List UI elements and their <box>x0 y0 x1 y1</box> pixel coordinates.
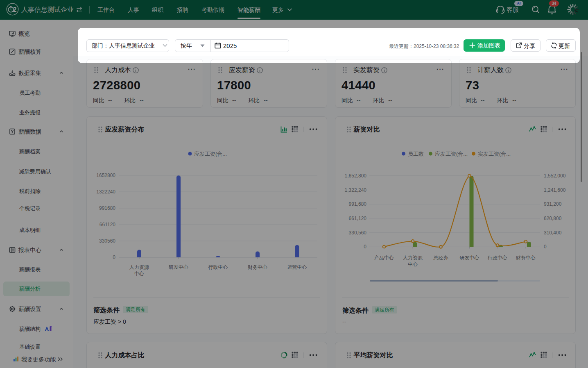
svg-text:1322240: 1322240 <box>96 189 115 195</box>
svg-text:产品中心: 产品中心 <box>374 255 394 261</box>
svg-text:财务中心: 财务中心 <box>248 264 267 270</box>
svg-text:行政中心: 行政中心 <box>488 255 507 261</box>
svg-text:应发工资(合...: 应发工资(合... <box>194 150 227 157</box>
svg-text:1,322,240: 1,322,240 <box>345 187 367 193</box>
svg-text:620,800: 620,800 <box>544 215 562 221</box>
svg-text:0: 0 <box>544 244 547 250</box>
svg-text:人力资源: 人力资源 <box>403 255 423 261</box>
svg-text:1652800: 1652800 <box>96 173 115 178</box>
svg-text:330560: 330560 <box>99 238 115 244</box>
svg-text:实发工资(合...: 实发工资(合... <box>478 150 511 157</box>
svg-text:应发工资(合...: 应发工资(合... <box>435 150 468 157</box>
svg-text:中心: 中心 <box>134 271 144 277</box>
svg-text:研发中心: 研发中心 <box>459 255 479 261</box>
svg-text:0: 0 <box>364 244 366 250</box>
svg-text:1,241,600: 1,241,600 <box>544 187 566 193</box>
svg-text:991,680: 991,680 <box>349 201 367 207</box>
svg-text:运营中心: 运营中心 <box>287 264 307 270</box>
svg-text:0: 0 <box>113 254 115 260</box>
svg-text:931,200: 931,200 <box>544 201 562 207</box>
svg-text:人力资源: 人力资源 <box>129 264 149 270</box>
svg-text:991680: 991680 <box>99 205 115 211</box>
svg-text:330,560: 330,560 <box>349 229 367 235</box>
svg-text:1,652,800: 1,652,800 <box>345 173 367 178</box>
svg-text:员工数: 员工数 <box>408 150 424 157</box>
svg-text:总经办: 总经办 <box>433 255 449 261</box>
svg-text:行政中心: 行政中心 <box>208 264 228 270</box>
svg-text:财务中心: 财务中心 <box>516 255 536 261</box>
svg-text:研发中心: 研发中心 <box>169 264 188 270</box>
svg-text:1,552,000: 1,552,000 <box>544 173 566 178</box>
svg-text:中心: 中心 <box>408 261 418 267</box>
svg-text:310,400: 310,400 <box>544 229 562 235</box>
svg-text:661120: 661120 <box>100 222 115 227</box>
svg-text:2: 2 <box>13 6 17 13</box>
svg-text:661,120: 661,120 <box>349 215 367 221</box>
